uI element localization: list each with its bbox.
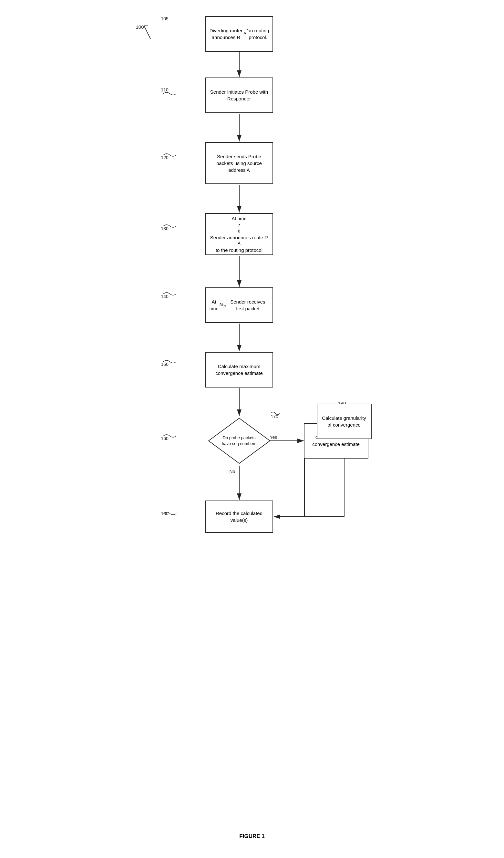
ref-150: 150: [161, 362, 168, 367]
ref-105: 105: [161, 16, 168, 21]
figure-caption: FIGURE 1: [126, 833, 378, 840]
diamond-160: Do probe packets have seq numbers: [207, 416, 272, 465]
diamond-160-text: Do probe packets have seq numbers: [218, 435, 260, 447]
box-180: Record the calculated value(s): [205, 500, 273, 533]
diagram-container: 100: [126, 6, 378, 846]
ref-170: 170: [271, 414, 278, 419]
yes-label: Yes: [270, 435, 277, 440]
box-140: At time tan Sender receives first packet: [205, 287, 273, 323]
ref-180: 180: [161, 511, 168, 516]
ref-140: 140: [161, 294, 168, 299]
no-label: No: [230, 469, 235, 474]
box-150: Calculate maximum convergence estimate: [205, 352, 273, 387]
box-110: Sender Initiates Probe with Responder: [205, 78, 273, 113]
ref-160: 160: [161, 436, 168, 441]
box-120: Sender sends Probe packets using source …: [205, 142, 273, 184]
box-190: Calculate granularity of convergence: [317, 404, 372, 439]
ref-100: 100: [136, 24, 144, 30]
box-105: Diverting router announces RA' in routin…: [205, 16, 273, 52]
ref-120: 120: [161, 155, 168, 160]
ref-110: 110: [161, 87, 168, 92]
box-130: At time t0 Sender announces route RA to …: [205, 213, 273, 255]
ref-130: 130: [161, 226, 168, 231]
